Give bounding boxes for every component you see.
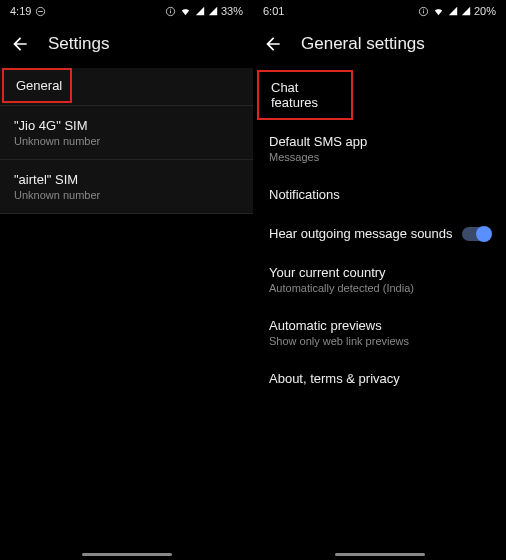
signal-icon [448, 6, 458, 16]
info-icon [418, 6, 429, 17]
back-button[interactable] [10, 34, 30, 54]
item-label: "airtel" SIM [14, 172, 239, 187]
info-icon [165, 6, 176, 17]
app-bar: Settings [0, 22, 253, 66]
item-label: About, terms & privacy [269, 371, 490, 386]
back-button[interactable] [263, 34, 283, 54]
toggle-switch[interactable] [462, 227, 490, 241]
signal-icon [461, 6, 471, 16]
item-about[interactable]: About, terms & privacy [255, 359, 504, 398]
svg-rect-3 [170, 10, 171, 13]
item-label: Automatic previews [269, 318, 490, 333]
item-sublabel: Automatically detected (India) [269, 282, 490, 294]
item-label: Your current country [269, 265, 490, 280]
wifi-icon [179, 6, 192, 17]
page-title: Settings [48, 34, 109, 54]
item-current-country[interactable]: Your current country Automatically detec… [255, 253, 504, 306]
settings-item-sim2[interactable]: "airtel" SIM Unknown number [0, 159, 253, 214]
status-battery: 33% [221, 5, 243, 17]
item-label: Default SMS app [269, 134, 490, 149]
svg-rect-6 [423, 10, 424, 13]
item-sublabel: Messages [269, 151, 490, 163]
svg-rect-1 [39, 11, 44, 12]
dnd-icon [35, 6, 46, 17]
signal-icon [195, 6, 205, 16]
item-automatic-previews[interactable]: Automatic previews Show only web link pr… [255, 306, 504, 359]
screen-general-settings: 6:01 20% General settings Chat features [253, 0, 506, 560]
status-bar: 4:19 33% [0, 0, 253, 22]
item-label: Hear outgoing message sounds [269, 226, 462, 241]
item-sublabel: Unknown number [14, 135, 239, 147]
general-settings-list: Chat features Default SMS app Messages N… [253, 70, 506, 398]
settings-item-sim1[interactable]: "Jio 4G" SIM Unknown number [0, 105, 253, 159]
item-label: Notifications [269, 187, 490, 202]
settings-list: General "Jio 4G" SIM Unknown number "air… [0, 68, 253, 214]
wifi-icon [432, 6, 445, 17]
page-title: General settings [301, 34, 425, 54]
item-sublabel: Unknown number [14, 189, 239, 201]
item-notifications[interactable]: Notifications [255, 175, 504, 214]
app-bar: General settings [253, 22, 506, 66]
item-label: General [16, 78, 58, 93]
item-chat-features[interactable]: Chat features [257, 70, 353, 120]
svg-rect-7 [423, 8, 424, 9]
settings-item-general[interactable]: General [2, 68, 72, 103]
screen-settings: 4:19 33% Settings Ge [0, 0, 253, 560]
home-indicator[interactable] [335, 553, 425, 556]
item-label: "Jio 4G" SIM [14, 118, 239, 133]
item-default-sms[interactable]: Default SMS app Messages [255, 122, 504, 175]
status-time: 4:19 [10, 5, 31, 17]
status-battery: 20% [474, 5, 496, 17]
item-label: Chat features [271, 80, 339, 110]
status-time: 6:01 [263, 5, 284, 17]
item-outgoing-sounds[interactable]: Hear outgoing message sounds [255, 214, 504, 253]
svg-rect-4 [170, 8, 171, 9]
signal-icon [208, 6, 218, 16]
home-indicator[interactable] [82, 553, 172, 556]
status-bar: 6:01 20% [253, 0, 506, 22]
item-sublabel: Show only web link previews [269, 335, 490, 347]
